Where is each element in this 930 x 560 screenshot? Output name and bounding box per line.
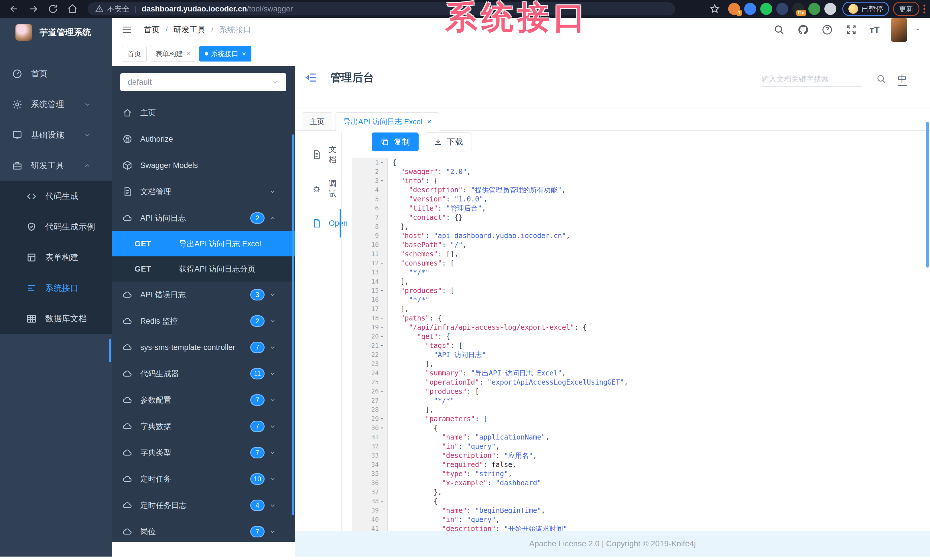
gutter-cell[interactable]: 16 <box>352 295 388 304</box>
api-operation-1[interactable]: GET获得API 访问日志分页 <box>112 256 295 282</box>
panel-menu-open[interactable]: Open <box>295 206 341 240</box>
copy-button[interactable]: 复制 <box>372 132 419 151</box>
api-group-4[interactable]: 参数配置7 <box>112 387 295 413</box>
api-group-5[interactable]: 字典数据7 <box>112 413 295 440</box>
api-group-1[interactable]: Redis 监控2 <box>112 308 295 334</box>
gutter-cell[interactable]: 27 <box>352 396 388 405</box>
gutter-cell[interactable]: 40 <box>352 515 388 524</box>
gutter-cell[interactable]: 7 <box>352 213 388 222</box>
extension-lock-icon[interactable]: 1 <box>728 3 740 15</box>
gutter-cell[interactable]: 26▾ <box>352 387 388 396</box>
sidebar-subitem-4[interactable]: 数据库文档 <box>0 303 112 334</box>
panel-menu-文档[interactable]: 文档 <box>295 137 341 172</box>
fontsize-icon[interactable]: тT <box>870 25 879 35</box>
api-sidebar-scrollbar-thumb[interactable] <box>292 135 294 515</box>
api-group-8[interactable]: 定时任务日志4 <box>112 492 295 519</box>
gutter-cell[interactable]: 20▾ <box>352 332 388 341</box>
gutter-cell[interactable]: 1▾ <box>352 158 388 167</box>
gutter-cell[interactable]: 30▾ <box>352 423 388 433</box>
fold-arrow-icon[interactable]: ▾ <box>379 387 385 396</box>
group-select[interactable]: default <box>120 73 286 91</box>
fold-arrow-icon[interactable]: ▾ <box>379 259 385 268</box>
extension-drop-icon[interactable] <box>744 3 756 15</box>
doc-tab-0[interactable]: 主页 <box>302 112 332 130</box>
tag-close-icon[interactable]: × <box>242 50 246 58</box>
gutter-cell[interactable]: 12▾ <box>352 259 388 268</box>
browser-menu-icon[interactable] <box>924 5 925 14</box>
language-toggle-icon[interactable]: 中 <box>898 73 907 86</box>
breadcrumb-item-1[interactable]: 研发工具 <box>174 24 206 35</box>
gutter-cell[interactable]: 8 <box>352 222 388 231</box>
gutter-cell[interactable]: 10 <box>352 240 388 250</box>
api-group-2[interactable]: sys-sms-template-controller7 <box>112 334 295 361</box>
doc-search-icon[interactable] <box>876 74 887 84</box>
gutter-cell[interactable]: 39 <box>352 506 388 515</box>
fold-arrow-icon[interactable]: ▾ <box>379 323 385 332</box>
gutter-cell[interactable]: 6 <box>352 204 388 213</box>
sidebar-item-2[interactable]: 基础设施 <box>0 120 112 150</box>
sidebar-subitem-0[interactable]: 代码生成 <box>0 181 112 212</box>
browser-home-icon[interactable] <box>67 3 78 14</box>
fold-arrow-icon[interactable]: ▾ <box>379 341 385 350</box>
gutter-cell[interactable]: 37 <box>352 488 388 497</box>
sidebar-subitem-1[interactable]: 代码生成示例 <box>0 212 112 242</box>
extension-star-icon[interactable] <box>824 3 836 15</box>
avatar-caret-icon[interactable] <box>915 26 921 33</box>
browser-back-icon[interactable] <box>9 3 20 14</box>
gutter-cell[interactable]: 22 <box>352 350 388 359</box>
gutter-cell[interactable]: 33 <box>352 451 388 460</box>
hamburger-icon[interactable] <box>122 24 132 35</box>
extension-dark-icon[interactable]: Gn <box>792 3 804 15</box>
extension-green-circle-icon[interactable] <box>760 3 772 15</box>
sidebar-scrollbar-thumb[interactable] <box>109 339 111 362</box>
extension-leaf-icon[interactable] <box>808 3 820 15</box>
api-menu-item-2[interactable]: Swagger Models <box>112 152 295 179</box>
github-icon[interactable] <box>798 24 809 35</box>
bookmark-star-icon[interactable] <box>710 4 720 14</box>
sidebar-item-1[interactable]: 系统管理 <box>0 89 112 120</box>
download-button[interactable]: 下载 <box>425 132 472 151</box>
gutter-cell[interactable]: 2 <box>352 167 388 176</box>
sidebar-item-3[interactable]: 研发工具 <box>0 150 112 181</box>
api-group-6[interactable]: 字典类型7 <box>112 440 295 466</box>
main-scrollbar-thumb[interactable] <box>926 121 929 267</box>
json-editor[interactable]: 1▾{2 "swagger": "2.0",3▾ "info": {4 "des… <box>352 158 930 531</box>
search-icon[interactable] <box>773 24 785 35</box>
gutter-cell[interactable]: 17 <box>352 304 388 314</box>
gutter-cell[interactable]: 41 <box>352 524 388 531</box>
gutter-cell[interactable]: 23 <box>352 359 388 368</box>
gutter-cell[interactable]: 34 <box>352 460 388 469</box>
gutter-cell[interactable]: 19▾ <box>352 323 388 332</box>
gutter-cell[interactable]: 5 <box>352 195 388 204</box>
gutter-cell[interactable]: 21▾ <box>352 341 388 350</box>
api-group-3[interactable]: 代码生成器11 <box>112 361 295 387</box>
gutter-cell[interactable]: 38▾ <box>352 497 388 506</box>
api-group-0[interactable]: API 错误日志3 <box>112 282 295 308</box>
api-menu-item-0[interactable]: 主页 <box>112 100 295 126</box>
api-group-7[interactable]: 定时任务10 <box>112 466 295 492</box>
fold-arrow-icon[interactable]: ▾ <box>379 314 385 323</box>
doc-search-input[interactable]: 输入文档关键字搜索 <box>762 72 862 87</box>
gutter-cell[interactable]: 9 <box>352 231 388 240</box>
update-pill[interactable]: 更新 <box>893 2 919 16</box>
help-icon[interactable] <box>821 24 833 35</box>
fullscreen-icon[interactable] <box>845 24 857 35</box>
browser-forward-icon[interactable] <box>28 3 39 14</box>
fold-arrow-icon[interactable]: ▾ <box>379 414 385 423</box>
tag-close-icon[interactable]: × <box>186 50 190 58</box>
tag-1[interactable]: 表单构建× <box>150 46 196 61</box>
doc-tab-1[interactable]: 导出API 访问日志 Excel× <box>336 112 439 131</box>
doc-tab-close-icon[interactable]: × <box>427 117 431 126</box>
gutter-cell[interactable]: 13 <box>352 268 388 277</box>
fold-arrow-icon[interactable]: ▾ <box>379 286 385 295</box>
api-group-9[interactable]: 岗位7 <box>112 519 295 542</box>
api-menu-item-4[interactable]: API 访问日志2 <box>112 205 295 231</box>
gutter-cell[interactable]: 18▾ <box>352 314 388 323</box>
extension-pixels-icon[interactable] <box>776 3 788 15</box>
fold-arrow-icon[interactable]: ▾ <box>379 497 385 506</box>
gutter-cell[interactable]: 36 <box>352 479 388 488</box>
gutter-cell[interactable]: 25 <box>352 378 388 387</box>
collapse-menu-icon[interactable] <box>305 72 317 84</box>
sidebar-subitem-3[interactable]: 系统接口 <box>0 273 112 303</box>
tag-2[interactable]: 系统接口× <box>199 46 251 61</box>
